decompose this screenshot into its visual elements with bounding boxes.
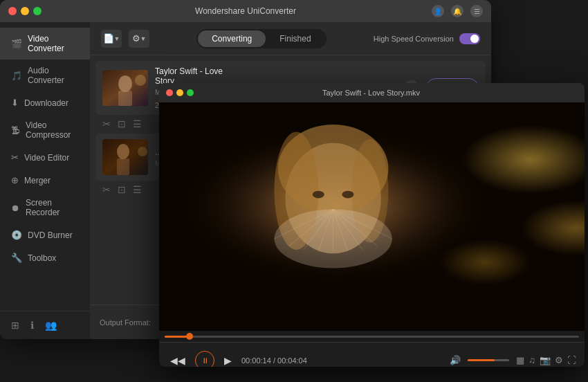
maximize-button[interactable] — [33, 7, 42, 15]
audio-track-icon[interactable]: ♫ — [529, 355, 535, 365]
volume-icon[interactable]: 🔊 — [450, 355, 461, 365]
tab-converting[interactable]: Converting — [198, 30, 266, 47]
sidebar-label-dvd-burner: DVD Burner — [28, 230, 73, 240]
player-close-button[interactable] — [166, 89, 173, 96]
player-window: Taylor Swift - Love Story.mkv — [159, 83, 585, 367]
video-svg — [159, 102, 585, 331]
settings-button[interactable]: ⚙ ▼ — [129, 30, 149, 48]
close-button[interactable] — [8, 7, 17, 15]
users-icon[interactable]: 👥 — [45, 320, 57, 331]
sidebar-label-video-editor: Video Editor — [24, 153, 69, 163]
sidebar-label-toolbox: Toolbox — [28, 253, 56, 263]
list-icon[interactable]: ☰ — [133, 118, 142, 129]
sidebar-item-downloader[interactable]: ⬇ Downloader — [0, 91, 90, 114]
fullscreen-icon[interactable]: ⛶ — [567, 355, 576, 365]
sidebar-item-merger[interactable]: ⊕ Merger — [0, 169, 90, 192]
total-time: 00:04:04 — [277, 356, 307, 365]
account-icon[interactable]: 👤 — [432, 5, 444, 17]
volume-fill — [468, 359, 495, 361]
forward-button[interactable]: ▶ — [221, 352, 235, 367]
rewind-button[interactable]: ◀◀ — [167, 352, 188, 367]
subtitle-icon[interactable]: ▦ — [516, 355, 524, 365]
thumbnail-image-2 — [102, 139, 148, 175]
recorder-icon: ⏺ — [11, 203, 20, 213]
snapshot-icon[interactable]: 📷 — [540, 355, 551, 365]
scissors-icon-2[interactable]: ✂ — [102, 184, 111, 195]
title-bar-icons: 👤 🔔 ☰ — [432, 5, 483, 17]
toolbox-icon: 🔧 — [11, 253, 22, 263]
svg-point-17 — [313, 191, 324, 199]
video-converter-icon: 🎬 — [11, 39, 22, 49]
player-controls: ◀◀ ⏸ ▶ 00:00:14 / 00:04:04 🔊 ▦ ♫ 📷 ⚙ ⛶ — [159, 342, 585, 367]
sidebar-label-video-converter: Video Converter — [28, 34, 79, 53]
compressor-icon: 🗜 — [11, 125, 20, 136]
top-bar: 📄 ▼ ⚙ ▼ Converting Finished High Speed C… — [90, 22, 491, 55]
file-thumbnail-2 — [102, 139, 148, 175]
title-bar: Wondershare UniConverter 👤 🔔 ☰ — [0, 0, 491, 22]
video-area[interactable] — [159, 102, 585, 331]
grid-icon[interactable]: ⊞ — [11, 320, 19, 331]
video-frame — [159, 102, 585, 331]
player-title-bar: Taylor Swift - Love Story.mkv — [159, 83, 585, 102]
settings-gear-icon: ⚙ — [132, 33, 140, 44]
minimize-button[interactable] — [21, 7, 29, 15]
help-icon[interactable]: ℹ — [30, 320, 34, 331]
progress-track[interactable] — [165, 336, 579, 338]
player-title-text: Taylor Swift - Love Story.mkv — [199, 89, 543, 97]
add-file-dropdown-icon: ▼ — [114, 35, 120, 42]
svg-rect-2 — [118, 91, 132, 106]
add-file-button[interactable]: 📄 ▼ — [101, 30, 122, 48]
svg-point-1 — [118, 75, 132, 92]
thumb-svg-2 — [102, 139, 148, 175]
progress-bar-area[interactable] — [159, 331, 585, 342]
volume-slider[interactable] — [468, 359, 509, 361]
progress-thumb[interactable] — [186, 333, 193, 340]
svg-point-3 — [135, 75, 146, 86]
sidebar-item-audio-converter[interactable]: 🎵 Audio Converter — [0, 60, 90, 91]
thumb-svg-1 — [102, 70, 148, 106]
svg-rect-6 — [117, 158, 129, 175]
sidebar-item-dvd-burner[interactable]: 💿 DVD Burner — [0, 224, 90, 246]
notification-icon[interactable]: 🔔 — [451, 5, 463, 17]
traffic-lights — [8, 7, 42, 15]
sidebar-label-screen-recorder: Screen Recorder — [26, 198, 79, 217]
sidebar-item-toolbox[interactable]: 🔧 Toolbox — [0, 246, 90, 269]
right-controls: ▦ ♫ 📷 ⚙ ⛶ — [516, 355, 576, 365]
high-speed-label: High Speed Conversion — [374, 35, 454, 43]
top-bar-left: 📄 ▼ ⚙ ▼ — [101, 30, 149, 48]
sidebar-item-screen-recorder[interactable]: ⏺ Screen Recorder — [0, 192, 90, 224]
audio-converter-icon: 🎵 — [11, 71, 22, 81]
list-icon-2[interactable]: ☰ — [133, 184, 142, 195]
downloader-icon: ⬇ — [11, 98, 19, 108]
sidebar-label-downloader: Downloader — [24, 98, 68, 108]
player-traffic-lights — [166, 89, 194, 96]
thumbnail-image-1 — [102, 70, 148, 106]
scissors-icon[interactable]: ✂ — [102, 118, 111, 129]
output-format-label: Output Format: — [100, 318, 151, 327]
sidebar-label-merger: Merger — [24, 176, 50, 185]
time-display: 00:00:14 / 00:04:04 — [241, 356, 307, 365]
crop-icon-2[interactable]: ⊡ — [118, 184, 126, 195]
menu-icon[interactable]: ☰ — [470, 5, 483, 17]
player-minimize-button[interactable] — [176, 89, 183, 96]
sidebar-item-video-converter[interactable]: 🎬 Video Converter — [0, 28, 90, 60]
sidebar-item-video-compressor[interactable]: 🗜 Video Compressor — [0, 114, 90, 146]
add-file-icon: 📄 — [103, 33, 114, 44]
merger-icon: ⊕ — [11, 175, 19, 185]
tab-finished[interactable]: Finished — [266, 30, 324, 47]
editor-icon: ✂ — [11, 152, 19, 163]
settings-player-icon[interactable]: ⚙ — [555, 355, 563, 365]
file-thumbnail-1 — [102, 70, 148, 106]
pause-button[interactable]: ⏸ — [195, 351, 214, 367]
crop-icon[interactable]: ⊡ — [118, 118, 126, 129]
sidebar-item-video-editor[interactable]: ✂ Video Editor — [0, 146, 90, 169]
current-time: 00:00:14 — [241, 356, 271, 365]
app-title: Wondershare UniConverter — [195, 6, 296, 16]
svg-point-18 — [342, 191, 353, 199]
tabs-group: Converting Finished — [196, 29, 326, 48]
player-maximize-button[interactable] — [187, 89, 194, 96]
sidebar: 🎬 Video Converter 🎵 Audio Converter ⬇ Do… — [0, 22, 90, 339]
high-speed-toggle[interactable] — [459, 33, 480, 44]
dvd-icon: 💿 — [11, 230, 22, 240]
svg-point-7 — [138, 147, 147, 156]
